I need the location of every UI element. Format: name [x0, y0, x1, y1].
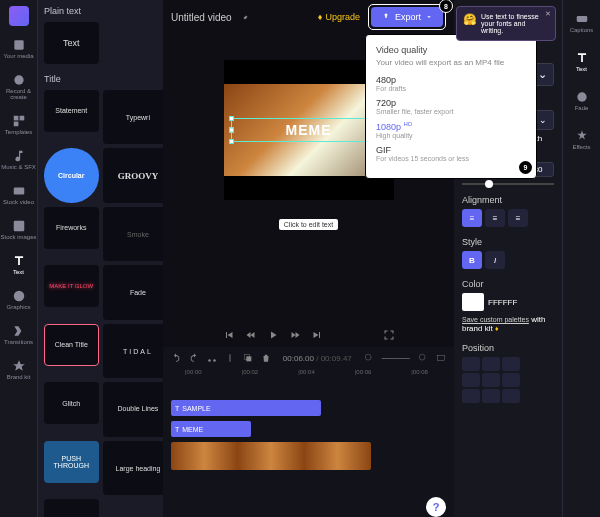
align-center-button[interactable]: ≡: [485, 209, 505, 227]
rail-music[interactable]: Music & SFX: [0, 147, 37, 172]
tip-close-button[interactable]: ✕: [545, 10, 551, 18]
lib-item-statement[interactable]: Statement: [44, 90, 99, 132]
export-opt-480[interactable]: 480pFor drafts: [376, 75, 526, 92]
clip-sample[interactable]: T SAMPLE: [171, 400, 321, 416]
rail2-fade[interactable]: Fade: [563, 88, 600, 113]
rail-templates[interactable]: Templates: [0, 112, 37, 137]
pos-ml[interactable]: [462, 373, 480, 387]
rail-transitions[interactable]: Transitions: [0, 322, 37, 347]
pos-tl[interactable]: [462, 357, 480, 371]
rail-record[interactable]: Record & create: [0, 71, 37, 102]
fontsize-slider[interactable]: [462, 183, 554, 185]
fullscreen-icon[interactable]: [383, 329, 395, 341]
redo-icon[interactable]: [189, 353, 199, 363]
lib-item-double[interactable]: Double Lines: [103, 382, 164, 436]
track-video[interactable]: [171, 441, 446, 471]
lib-item-tidal[interactable]: TIDAL: [103, 324, 164, 378]
rail-stock-video[interactable]: Stock video: [0, 182, 37, 207]
track-text-2[interactable]: T MEME: [171, 420, 446, 438]
italic-button[interactable]: I: [485, 251, 505, 269]
library-panel: Plain text Text Title Statement Typewri …: [38, 0, 163, 517]
lib-item-fade[interactable]: Fade: [103, 265, 164, 319]
rail-brand-kit[interactable]: Brand kit: [0, 357, 37, 382]
rail-graphics[interactable]: Graphics: [0, 287, 37, 312]
upgrade-button[interactable]: ♦ Upgrade: [318, 12, 360, 22]
clip-video[interactable]: [171, 442, 371, 470]
rail2-effects[interactable]: Effects: [563, 127, 600, 152]
svg-rect-2: [13, 116, 18, 121]
pos-mc[interactable]: [482, 373, 500, 387]
lib-item-typewriter[interactable]: Typewri: [103, 90, 164, 144]
split-icon[interactable]: [225, 353, 235, 363]
align-right-button[interactable]: ≡: [508, 209, 528, 227]
playback-controls: ?: [163, 323, 454, 347]
fit-icon[interactable]: [436, 353, 446, 363]
svg-rect-15: [438, 356, 445, 361]
forward-icon[interactable]: [289, 329, 301, 341]
svg-point-1: [14, 75, 23, 84]
right-rail: Captions Text Fade Effects: [562, 0, 600, 517]
props-align-label: Alignment: [462, 195, 554, 205]
rail2-text[interactable]: Text: [563, 49, 600, 74]
lib-item-large[interactable]: Large heading: [103, 441, 164, 495]
lib-item-groovy[interactable]: GROOVY: [103, 148, 164, 202]
lib-item-text[interactable]: Text: [44, 22, 99, 64]
play-icon[interactable]: [267, 329, 279, 341]
export-button[interactable]: Export: [371, 7, 443, 27]
track-text-1[interactable]: T SAMPLE: [171, 399, 446, 417]
color-swatch[interactable]: [462, 293, 484, 311]
rail-stock-images[interactable]: Stock images: [0, 217, 37, 242]
selection-box[interactable]: [231, 118, 387, 142]
clip-meme[interactable]: T MEME: [171, 421, 251, 437]
align-left-button[interactable]: ≡: [462, 209, 482, 227]
pos-bc[interactable]: [482, 389, 500, 403]
chevron-down-icon: [425, 13, 433, 21]
svg-rect-6: [13, 221, 24, 232]
pos-bl[interactable]: [462, 389, 480, 403]
pos-mr[interactable]: [502, 373, 520, 387]
topbar: Untitled video ♦ Upgrade Export 8: [163, 0, 454, 34]
help-button[interactable]: ?: [426, 497, 446, 517]
export-opt-1080[interactable]: 1080p HDHigh quality: [376, 121, 526, 139]
rewind-icon[interactable]: [245, 329, 257, 341]
tip-text: Use text to finesse your fonts and writi…: [481, 13, 549, 34]
pos-tr[interactable]: [502, 357, 520, 371]
rail-text[interactable]: Text: [0, 252, 37, 277]
pos-tc[interactable]: [482, 357, 500, 371]
zoom-out-icon[interactable]: [364, 353, 374, 363]
export-opt-gif[interactable]: GIFFor videos 15 seconds or less: [376, 145, 526, 162]
save-palette-link[interactable]: Save custom palettes: [462, 316, 529, 323]
svg-point-8: [208, 359, 211, 362]
skip-fwd-icon[interactable]: [311, 329, 323, 341]
wand-icon[interactable]: [240, 11, 252, 23]
props-color-label: Color: [462, 279, 554, 289]
rail2-captions[interactable]: Captions: [563, 10, 600, 35]
undo-icon[interactable]: [171, 353, 181, 363]
left-rail: Your media Record & create Templates Mus…: [0, 0, 38, 517]
lib-item-glitch[interactable]: Glitch: [44, 382, 99, 424]
timeline-tools: 00:06.00 / 00:09.47 ─────: [171, 353, 446, 363]
lib-item-push[interactable]: PUSH THROUGH: [44, 441, 99, 483]
cut-icon[interactable]: [207, 353, 217, 363]
lib-title-title: Title: [44, 74, 157, 84]
lib-item-circular[interactable]: Circular: [44, 148, 99, 203]
export-opt-720[interactable]: 720pSmaller file, faster export: [376, 98, 526, 115]
lib-item-extra[interactable]: [44, 499, 99, 517]
lib-item-makeglow[interactable]: MAKE IT GLOW: [44, 265, 99, 307]
rail-your-media[interactable]: Your media: [0, 36, 37, 61]
tip-emoji-icon: 🤗: [463, 13, 477, 34]
timeline: 00:06.00 / 00:09.47 ───── |00:00|00:02|0…: [163, 347, 454, 517]
lib-item-fireworks[interactable]: Fireworks: [44, 207, 99, 249]
pos-br[interactable]: [502, 389, 520, 403]
copy-icon[interactable]: [243, 353, 253, 363]
trash-icon[interactable]: [261, 353, 271, 363]
svg-point-9: [213, 359, 216, 362]
skip-back-icon[interactable]: [223, 329, 235, 341]
position-grid: [462, 357, 554, 403]
project-title[interactable]: Untitled video: [171, 12, 232, 23]
bold-button[interactable]: B: [462, 251, 482, 269]
lib-item-clean[interactable]: Clean Title: [44, 324, 99, 366]
svg-rect-10: [230, 354, 231, 362]
zoom-in-icon[interactable]: [418, 353, 428, 363]
lib-item-smoke[interactable]: Smoke: [103, 207, 164, 261]
